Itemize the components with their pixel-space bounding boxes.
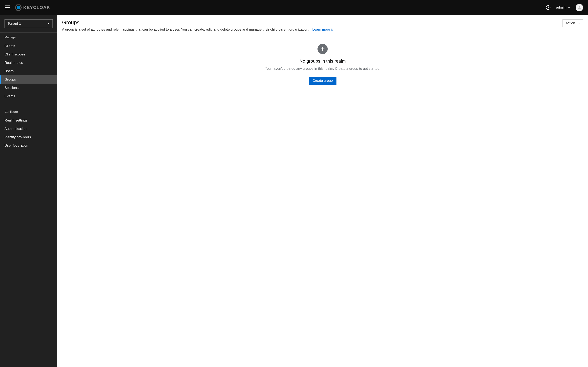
- empty-state-title: No groups in this realm: [57, 58, 588, 64]
- chevron-down-icon: [568, 7, 570, 8]
- sidebar-item-label: User federation: [4, 143, 28, 147]
- help-icon[interactable]: ?: [546, 5, 550, 10]
- realm-selector[interactable]: Tenant-1: [4, 19, 53, 28]
- create-group-button[interactable]: Create group: [309, 77, 336, 85]
- empty-state: + No groups in this realm You haven't cr…: [57, 36, 588, 85]
- action-label: Action: [566, 21, 575, 25]
- learn-more-label: Learn more: [312, 27, 330, 32]
- learn-more-link[interactable]: Learn more: [312, 27, 334, 32]
- sidebar-item-groups[interactable]: Groups: [0, 75, 57, 83]
- sidebar-item-label: Clients: [4, 44, 15, 48]
- username-label: admin: [556, 6, 566, 9]
- page-title: Groups: [62, 19, 558, 26]
- sidebar-item-identity-providers[interactable]: Identity providers: [0, 133, 57, 141]
- realm-selected-label: Tenant-1: [8, 22, 21, 26]
- user-menu[interactable]: admin: [556, 6, 570, 9]
- chevron-down-icon: [48, 23, 50, 24]
- sidebar-section-title-manage: Manage: [0, 33, 57, 42]
- empty-state-description: You haven't created any groups in this r…: [57, 67, 588, 71]
- page-description: A group is a set of attributes and role …: [62, 27, 558, 32]
- sidebar-item-clients[interactable]: Clients: [0, 42, 57, 50]
- brand-text: KEYCLOAK: [23, 5, 50, 10]
- sidebar-item-label: Identity providers: [4, 135, 31, 139]
- page-header-left: Groups A group is a set of attributes an…: [62, 19, 558, 32]
- layout: Tenant-1 Manage Clients Client scopes Re…: [0, 15, 588, 367]
- external-link-icon: [331, 28, 334, 31]
- sidebar-item-label: Groups: [4, 77, 16, 81]
- main-content: Groups A group is a set of attributes an…: [57, 15, 588, 367]
- header-right: ? admin: [546, 4, 583, 11]
- app-header: KEYCLOAK ? admin: [0, 0, 588, 15]
- header-left: KEYCLOAK: [5, 4, 50, 11]
- sidebar-section-configure: Configure Realm settings Authentication …: [0, 107, 57, 150]
- sidebar: Tenant-1 Manage Clients Client scopes Re…: [0, 15, 57, 367]
- sidebar-item-sessions[interactable]: Sessions: [0, 83, 57, 92]
- sidebar-item-label: Events: [4, 94, 15, 98]
- sidebar-item-label: Client scopes: [4, 52, 25, 56]
- sidebar-item-client-scopes[interactable]: Client scopes: [0, 50, 57, 58]
- chevron-down-icon: [578, 23, 580, 24]
- sidebar-item-label: Users: [4, 69, 13, 73]
- user-avatar-icon: [577, 5, 582, 10]
- sidebar-item-label: Realm roles: [4, 61, 23, 65]
- page-description-text: A group is a set of attributes and role …: [62, 27, 309, 31]
- svg-point-4: [579, 6, 580, 7]
- sidebar-item-label: Realm settings: [4, 118, 27, 122]
- action-dropdown[interactable]: Action: [562, 19, 583, 27]
- sidebar-item-realm-settings[interactable]: Realm settings: [0, 116, 57, 125]
- sidebar-item-events[interactable]: Events: [0, 92, 57, 100]
- sidebar-section-title-configure: Configure: [0, 107, 57, 116]
- sidebar-item-user-federation[interactable]: User federation: [0, 141, 57, 150]
- sidebar-section-manage: Manage Clients Client scopes Realm roles…: [0, 33, 57, 100]
- sidebar-item-realm-roles[interactable]: Realm roles: [0, 58, 57, 67]
- hamburger-menu-icon[interactable]: [5, 6, 10, 9]
- keycloak-logo-icon: [15, 4, 22, 11]
- sidebar-item-label: Sessions: [4, 86, 18, 90]
- sidebar-item-label: Authentication: [4, 127, 26, 131]
- avatar[interactable]: [576, 4, 583, 11]
- sidebar-item-authentication[interactable]: Authentication: [0, 125, 57, 133]
- sidebar-item-users[interactable]: Users: [0, 67, 57, 75]
- page-header: Groups A group is a set of attributes an…: [57, 15, 588, 36]
- brand-logo[interactable]: KEYCLOAK: [15, 4, 50, 11]
- plus-circle-icon: +: [318, 44, 328, 54]
